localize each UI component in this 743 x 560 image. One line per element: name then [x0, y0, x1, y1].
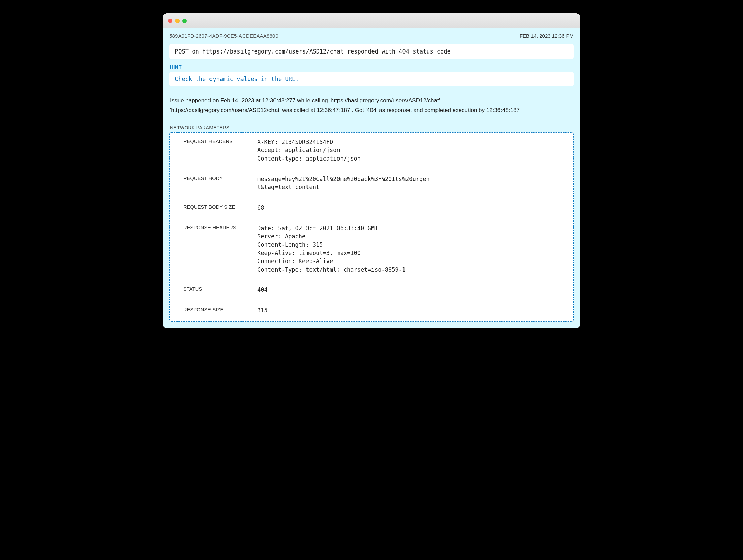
- param-row-response-headers: RESPONSE HEADERS Date: Sat, 02 Oct 2021 …: [183, 224, 567, 274]
- panel-header: 589A91FD-2607-4ADF-9CE5-ACDEEAAA8609 FEB…: [163, 28, 580, 42]
- error-panel: 589A91FD-2607-4ADF-9CE5-ACDEEAAA8609 FEB…: [163, 28, 580, 328]
- issue-description-line: Issue happened on Feb 14, 2023 at 12:36:…: [170, 96, 573, 106]
- param-row-status: STATUS 404: [183, 286, 567, 294]
- error-message-text: POST on https://basilgregory.com/users/A…: [175, 48, 451, 55]
- error-timestamp: FEB 14, 2023 12:36 PM: [520, 33, 574, 39]
- param-value: 404: [257, 286, 432, 294]
- param-row-request-headers: REQUEST HEADERS X-KEY: 2134SDR324154FD A…: [183, 138, 567, 163]
- window-zoom-icon[interactable]: [182, 19, 187, 23]
- param-key: REQUEST BODY: [183, 175, 251, 181]
- app-window: 589A91FD-2607-4ADF-9CE5-ACDEEAAA8609 FEB…: [163, 13, 580, 328]
- param-row-request-body-size: REQUEST BODY SIZE 68: [183, 204, 567, 212]
- error-uuid: 589A91FD-2607-4ADF-9CE5-ACDEEAAA8609: [169, 33, 278, 39]
- window-minimize-icon[interactable]: [175, 19, 180, 23]
- param-key: REQUEST HEADERS: [183, 138, 251, 144]
- hint-box: Check the dynamic values in the URL.: [169, 72, 574, 86]
- param-value: Date: Sat, 02 Oct 2021 06:33:40 GMT Serv…: [257, 224, 432, 274]
- window-close-icon[interactable]: [168, 19, 172, 23]
- param-key: REQUEST BODY SIZE: [183, 204, 251, 210]
- param-value: 68: [257, 204, 432, 212]
- param-row-request-body: REQUEST BODY message=hey%21%20Call%20me%…: [183, 175, 567, 191]
- issue-description: Issue happened on Feb 14, 2023 at 12:36:…: [170, 96, 573, 115]
- hint-label: HINT: [170, 64, 573, 70]
- window-titlebar: [163, 13, 580, 28]
- param-key: STATUS: [183, 286, 251, 292]
- network-parameters-label: NETWORK PARAMETERS: [170, 125, 573, 130]
- error-message-box: POST on https://basilgregory.com/users/A…: [169, 44, 574, 59]
- param-value: 315: [257, 306, 432, 315]
- param-value: X-KEY: 2134SDR324154FD Accept: applicati…: [257, 138, 432, 163]
- param-key: RESPONSE SIZE: [183, 306, 251, 312]
- param-row-response-size: RESPONSE SIZE 315: [183, 306, 567, 315]
- param-value: message=hey%21%20Call%20me%20back%3F%20I…: [257, 175, 432, 191]
- param-key: RESPONSE HEADERS: [183, 224, 251, 230]
- hint-text: Check the dynamic values in the URL.: [175, 76, 299, 82]
- network-parameters-box: REQUEST HEADERS X-KEY: 2134SDR324154FD A…: [169, 132, 574, 322]
- issue-description-line: 'https://basilgregory.com/users/ASD12/ch…: [170, 106, 573, 115]
